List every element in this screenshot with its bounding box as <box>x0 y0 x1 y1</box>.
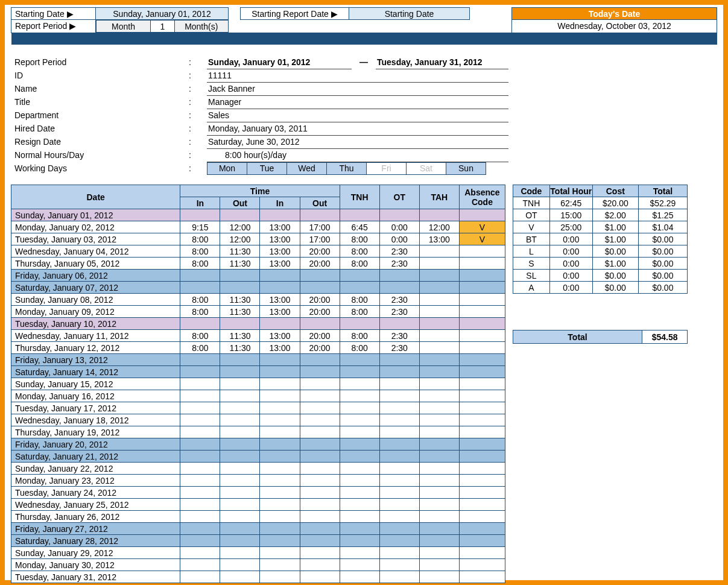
cell-in2[interactable] <box>260 571 300 583</box>
working-day-tue[interactable]: Tue <box>247 162 287 174</box>
absence-cell[interactable] <box>459 402 505 414</box>
cell-in1[interactable] <box>180 547 220 559</box>
cell-in2[interactable] <box>260 438 300 451</box>
cell-ot[interactable] <box>379 318 419 330</box>
cell-out2[interactable]: 20:00 <box>300 342 340 354</box>
cell-tnh[interactable]: 8:00 <box>340 294 379 306</box>
cell-ot[interactable]: 2:30 <box>379 342 419 354</box>
cell-out1[interactable] <box>220 559 260 571</box>
absence-cell[interactable] <box>459 475 505 487</box>
cell-in2[interactable]: 13:00 <box>260 233 300 245</box>
cell-ot[interactable]: 0:00 <box>379 233 419 245</box>
cell-out1[interactable]: 11:30 <box>220 330 260 342</box>
absence-cell[interactable]: V <box>459 233 505 245</box>
cell-in2[interactable] <box>260 378 300 390</box>
working-day-wed[interactable]: Wed <box>287 162 327 174</box>
cell-tnh[interactable] <box>340 414 379 426</box>
cell-tah[interactable] <box>419 318 459 330</box>
absence-cell[interactable]: V <box>459 221 505 233</box>
working-day-sun[interactable]: Sun <box>446 162 486 174</box>
report-period-unit[interactable]: Month <box>97 21 151 33</box>
cell-ot[interactable]: 0:00 <box>379 221 419 233</box>
cell-tnh[interactable]: 6:45 <box>340 221 379 233</box>
date-cell[interactable]: Monday, January 30, 2012 <box>11 559 180 571</box>
date-cell[interactable]: Saturday, January 07, 2012 <box>11 282 180 294</box>
absence-cell[interactable] <box>459 318 505 330</box>
cell-tnh[interactable] <box>340 463 379 475</box>
date-cell[interactable]: Monday, January 09, 2012 <box>11 306 180 318</box>
cell-tah[interactable] <box>419 306 459 318</box>
cell-in2[interactable] <box>260 390 300 402</box>
cell-tnh[interactable] <box>340 475 379 487</box>
cell-in1[interactable]: 8:00 <box>180 245 220 258</box>
cell-in2[interactable]: 13:00 <box>260 330 300 342</box>
working-day-fri[interactable]: Fri <box>367 162 407 174</box>
date-cell[interactable]: Tuesday, January 03, 2012 <box>11 233 180 245</box>
cell-out2[interactable]: 20:00 <box>300 245 340 258</box>
cell-ot[interactable] <box>379 523 419 535</box>
cell-tnh[interactable] <box>340 270 379 282</box>
cell-out1[interactable] <box>220 547 260 559</box>
cell-in2[interactable] <box>260 209 300 221</box>
cell-in2[interactable]: 13:00 <box>260 221 300 233</box>
date-cell[interactable]: Tuesday, January 10, 2012 <box>11 318 180 330</box>
date-cell[interactable]: Saturday, January 14, 2012 <box>11 366 180 378</box>
cell-out1[interactable]: 11:30 <box>220 294 260 306</box>
cell-out1[interactable] <box>220 571 260 583</box>
absence-cell[interactable] <box>459 245 505 258</box>
cell-in2[interactable] <box>260 318 300 330</box>
absence-cell[interactable] <box>459 378 505 390</box>
cell-tah[interactable] <box>419 547 459 559</box>
cell-out1[interactable] <box>220 523 260 535</box>
cell-in1[interactable] <box>180 535 220 547</box>
working-day-thu[interactable]: Thu <box>327 162 367 174</box>
cell-in1[interactable]: 8:00 <box>180 233 220 245</box>
date-cell[interactable]: Monday, January 16, 2012 <box>11 390 180 402</box>
cell-in1[interactable] <box>180 402 220 414</box>
cell-in1[interactable]: 8:00 <box>180 306 220 318</box>
cell-out1[interactable] <box>220 318 260 330</box>
cell-out2[interactable] <box>300 451 340 463</box>
cell-ot[interactable] <box>379 451 419 463</box>
cell-out1[interactable] <box>220 463 260 475</box>
absence-cell[interactable] <box>459 330 505 342</box>
cell-in1[interactable] <box>180 523 220 535</box>
cell-tah[interactable]: 13:00 <box>419 233 459 245</box>
cell-out2[interactable]: 20:00 <box>300 258 340 270</box>
cell-tnh[interactable] <box>340 209 379 221</box>
cell-in1[interactable] <box>180 282 220 294</box>
cell-out1[interactable] <box>220 270 260 282</box>
cell-out1[interactable] <box>220 402 260 414</box>
cell-out1[interactable] <box>220 414 260 426</box>
cell-out2[interactable] <box>300 463 340 475</box>
cell-in1[interactable] <box>180 463 220 475</box>
absence-cell[interactable] <box>459 426 505 438</box>
absence-cell[interactable] <box>459 414 505 426</box>
date-cell[interactable]: Tuesday, January 17, 2012 <box>11 402 180 414</box>
cell-tah[interactable] <box>419 209 459 221</box>
cell-in1[interactable] <box>180 318 220 330</box>
absence-cell[interactable] <box>459 523 505 535</box>
absence-cell[interactable] <box>459 438 505 451</box>
cell-tah[interactable] <box>419 402 459 414</box>
absence-cell[interactable] <box>459 571 505 583</box>
cell-tnh[interactable] <box>340 547 379 559</box>
cell-tnh[interactable] <box>340 282 379 294</box>
cell-out2[interactable] <box>300 547 340 559</box>
cell-tnh[interactable] <box>340 487 379 499</box>
date-cell[interactable]: Tuesday, January 31, 2012 <box>11 571 180 583</box>
cell-in2[interactable] <box>260 463 300 475</box>
cell-tnh[interactable] <box>340 378 379 390</box>
cell-in2[interactable] <box>260 366 300 378</box>
absence-cell[interactable] <box>459 282 505 294</box>
absence-cell[interactable] <box>459 209 505 221</box>
cell-ot[interactable] <box>379 499 419 511</box>
cell-ot[interactable] <box>379 463 419 475</box>
absence-cell[interactable] <box>459 463 505 475</box>
cell-out2[interactable] <box>300 270 340 282</box>
cell-tah[interactable] <box>419 258 459 270</box>
cell-out1[interactable] <box>220 366 260 378</box>
cell-in1[interactable] <box>180 270 220 282</box>
cell-in1[interactable]: 8:00 <box>180 330 220 342</box>
cell-ot[interactable]: 2:30 <box>379 330 419 342</box>
